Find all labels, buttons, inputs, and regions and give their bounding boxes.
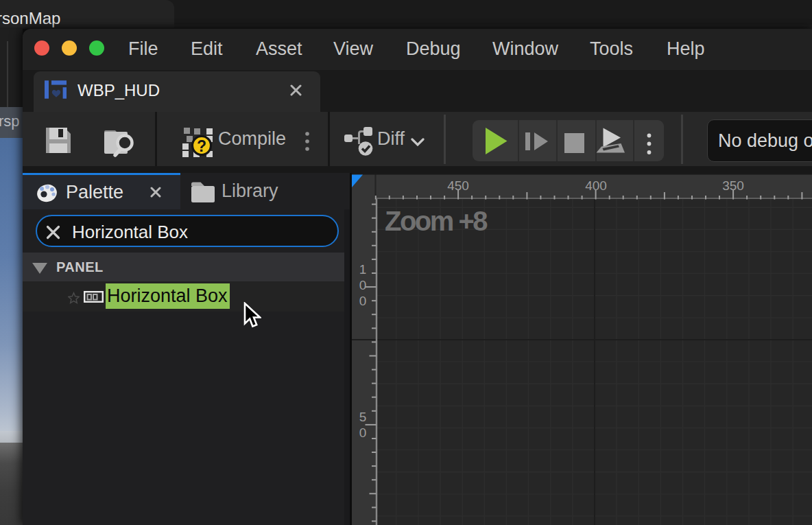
svg-text:450: 450 — [447, 178, 469, 193]
svg-text:350: 350 — [722, 178, 744, 193]
svg-text:400: 400 — [585, 178, 607, 193]
svg-text:Zoom +8: Zoom +8 — [385, 206, 488, 236]
svg-text:5: 5 — [359, 410, 367, 424]
svg-text:0: 0 — [359, 294, 367, 308]
svg-text:?: ? — [197, 137, 206, 155]
svg-text:0: 0 — [359, 278, 367, 292]
svg-text:0: 0 — [359, 425, 367, 440]
svg-text:1: 1 — [359, 262, 367, 277]
